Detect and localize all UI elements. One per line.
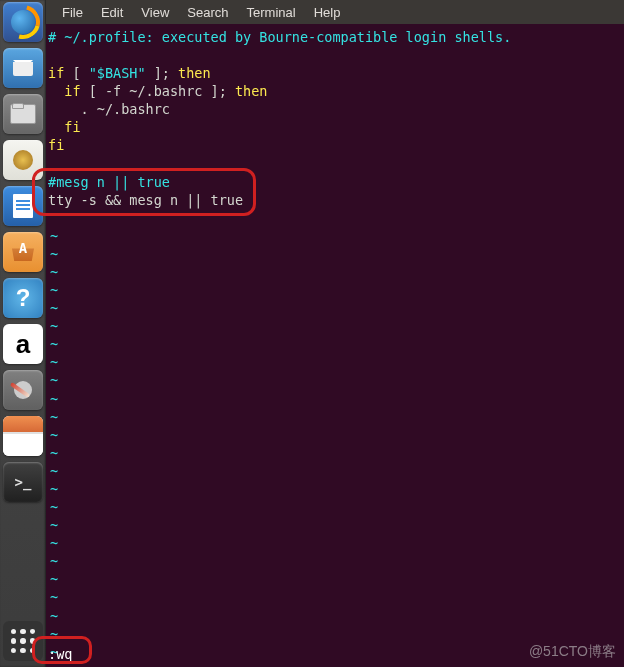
code-line: . ~/.bashrc (48, 100, 622, 118)
vim-tilde: ~ (48, 227, 622, 245)
settings-icon[interactable] (3, 370, 43, 410)
terminal-window: File Edit View Search Terminal Help # ~/… (46, 0, 624, 667)
code-comment: # ~/.profile: executed by Bourne-compati… (48, 29, 511, 45)
show-applications-icon[interactable] (3, 621, 43, 661)
rhythmbox-icon[interactable] (3, 140, 43, 180)
code-keyword: fi (48, 137, 64, 153)
menu-help[interactable]: Help (306, 3, 349, 22)
menu-terminal[interactable]: Terminal (239, 3, 304, 22)
thunderbird-icon[interactable] (3, 48, 43, 88)
menu-view[interactable]: View (133, 3, 177, 22)
terminal-icon[interactable] (3, 462, 43, 502)
help-icon[interactable] (3, 278, 43, 318)
terminal-content[interactable]: # ~/.profile: executed by Bourne-compati… (46, 24, 624, 667)
code-keyword: if (48, 65, 64, 81)
launcher-dock (0, 0, 46, 667)
libreoffice-writer-icon[interactable] (3, 186, 43, 226)
wallpaper-icon[interactable] (3, 416, 43, 456)
vim-command-line[interactable]: :wq (48, 645, 72, 663)
highlighted-comment: #mesg n || true (48, 174, 170, 190)
menu-file[interactable]: File (54, 3, 91, 22)
menu-edit[interactable]: Edit (93, 3, 131, 22)
highlighted-command: tty -s && mesg n || true (48, 191, 622, 209)
ubuntu-software-icon[interactable] (3, 232, 43, 272)
firefox-icon[interactable] (3, 2, 43, 42)
menu-search[interactable]: Search (179, 3, 236, 22)
menubar: File Edit View Search Terminal Help (46, 0, 624, 24)
amazon-icon[interactable] (3, 324, 43, 364)
files-icon[interactable] (3, 94, 43, 134)
